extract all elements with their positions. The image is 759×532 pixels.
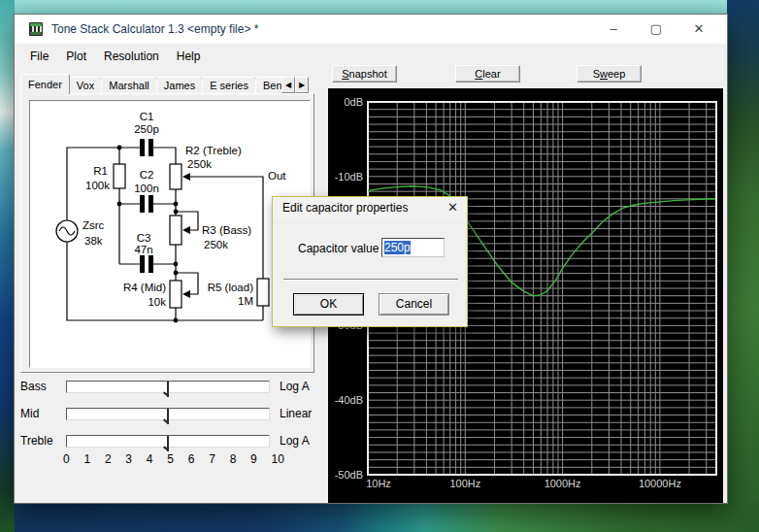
dialog-title-bar[interactable]: Edit capacitor properties ✕ — [273, 197, 467, 218]
treble-taper-label: Log A — [280, 435, 310, 448]
component-r3[interactable] — [170, 216, 182, 245]
menu-resolution[interactable]: Resolution — [95, 44, 168, 69]
slider-panel: BassLog AMidLinearTrebleLog A — [20, 381, 323, 462]
r2-wiper-arrow-icon — [182, 173, 190, 181]
ok-button[interactable]: OK — [293, 293, 364, 316]
component-r4[interactable] — [170, 281, 182, 308]
slider-scale: 012345678910 — [63, 452, 284, 466]
clear-button[interactable]: Clear — [455, 65, 520, 83]
scale-1: 1 — [83, 452, 90, 466]
label-r2-value: 250k — [187, 158, 212, 170]
mid-slider[interactable] — [66, 408, 270, 420]
menu-file[interactable]: File — [21, 44, 57, 69]
label-r1-value: 100k — [85, 180, 110, 191]
slider-row-bass: BassLog A — [20, 381, 323, 393]
app-icon — [28, 21, 44, 37]
scale-2: 2 — [105, 452, 112, 466]
scale-7: 7 — [209, 452, 215, 466]
dialog-title: Edit capacitor properties — [282, 197, 408, 218]
close-button[interactable]: ✕ — [677, 15, 720, 44]
capacitor-value-input[interactable]: 250p — [381, 238, 445, 257]
component-zsrc[interactable] — [56, 220, 78, 242]
mid-taper-label: Linear — [280, 408, 312, 420]
component-c1[interactable] — [140, 139, 153, 156]
label-c1-value: 250p — [134, 123, 159, 135]
scale-3: 3 — [125, 452, 132, 466]
bass-slider[interactable] — [66, 381, 270, 393]
tab-scroll-buttons: ◀ ▶ — [281, 77, 309, 93]
cancel-button[interactable]: Cancel — [379, 293, 449, 316]
label-zsrc: Zsrc — [82, 219, 105, 231]
tab-fender[interactable]: Fender — [20, 74, 70, 94]
scale-5: 5 — [167, 452, 174, 466]
treble-slider-thumb[interactable] — [163, 435, 172, 453]
bass-taper-label: Log A — [280, 381, 310, 393]
scale-4: 4 — [147, 452, 153, 466]
label-r3-value: 250k — [204, 239, 228, 250]
scale-10: 10 — [272, 452, 284, 466]
r4-wiper-arrow-icon — [182, 290, 190, 298]
mid-label: Mid — [20, 408, 39, 420]
label-c3-value: 47n — [134, 244, 152, 255]
x-tick-10000Hz: 10000Hz — [639, 478, 681, 489]
tab-page-fender: C1 250p R2 (Treble) 250k R1 100k C2 100n… — [20, 93, 314, 373]
label-r4-value: 10k — [148, 296, 166, 308]
label-r3: R3 (Bass) — [202, 224, 251, 236]
selected-text: 250p — [384, 241, 411, 254]
label-r5: R5 (load) — [208, 282, 253, 293]
desktop-wallpaper-coast — [0, 0, 15, 532]
label-r4: R4 (Mid) — [123, 282, 166, 293]
tab-scroll-left-icon[interactable]: ◀ — [281, 77, 295, 93]
menu-plot[interactable]: Plot — [57, 44, 95, 69]
main-window: Tone Stack Calculator 1.3 <empty file> *… — [14, 14, 728, 504]
mid-slider-thumb[interactable] — [163, 408, 172, 426]
label-c2: C2 — [140, 169, 154, 181]
capacitor-value-label: Capacitor value — [298, 242, 379, 255]
tab-vox[interactable]: Vox — [69, 77, 102, 94]
desktop-wallpaper-shore — [0, 503, 759, 532]
treble-slider[interactable] — [66, 435, 270, 448]
dialog-close-icon[interactable]: ✕ — [447, 197, 458, 218]
scale-8: 8 — [230, 452, 237, 466]
snapshot-button[interactable]: Snapshot — [332, 65, 397, 83]
minimize-button[interactable]: – — [592, 15, 635, 44]
edit-capacitor-dialog: Edit capacitor properties ✕ Capacitor va… — [272, 196, 468, 327]
component-c2[interactable] — [140, 195, 153, 213]
tab-e-series[interactable]: E series — [202, 77, 256, 94]
component-r1[interactable] — [114, 164, 125, 188]
y-tick-0dB: 0dB — [344, 96, 363, 108]
window-title: Tone Stack Calculator 1.3 <empty file> * — [51, 15, 258, 44]
slider-row-mid: MidLinear — [20, 408, 323, 420]
scale-9: 9 — [250, 452, 257, 466]
tab-strip: FenderVoxMarshallJamesE seriesBenc — [20, 75, 293, 94]
x-tick-1000Hz: 1000Hz — [544, 478, 581, 489]
y-tick--10dB: -10dB — [335, 171, 363, 183]
bass-slider-thumb[interactable] — [163, 381, 172, 399]
label-c3: C3 — [137, 232, 151, 244]
x-tick-100Hz: 100Hz — [449, 478, 480, 489]
r3-wiper-arrow-icon — [182, 226, 190, 234]
slider-row-treble: TrebleLog A — [20, 435, 323, 448]
desktop-wallpaper-forest — [727, 0, 759, 532]
circuit-diagram: C1 250p R2 (Treble) 250k R1 100k C2 100n… — [29, 100, 311, 368]
tab-james[interactable]: James — [156, 77, 203, 94]
label-zsrc-value: 38k — [84, 235, 103, 247]
y-tick--50dB: -50dB — [335, 469, 363, 481]
circuit-schematic: C1 250p R2 (Treble) 250k R1 100k C2 100n… — [30, 101, 310, 367]
dialog-separator — [283, 279, 458, 281]
bass-label: Bass — [20, 381, 47, 393]
label-r1: R1 — [93, 165, 108, 177]
component-r5[interactable] — [257, 279, 269, 306]
component-c3[interactable] — [140, 255, 153, 273]
label-r5-value: 1M — [238, 295, 253, 307]
component-r2[interactable] — [170, 164, 182, 189]
tab-scroll-right-icon[interactable]: ▶ — [295, 77, 309, 93]
title-bar[interactable]: Tone Stack Calculator 1.3 <empty file> *… — [15, 15, 727, 44]
label-c2-value: 100n — [134, 183, 159, 194]
sweep-button[interactable]: Sweep — [577, 65, 642, 83]
label-out: Out — [268, 170, 286, 182]
treble-label: Treble — [20, 435, 53, 448]
menu-help[interactable]: Help — [168, 44, 210, 69]
maximize-button[interactable]: ▢ — [635, 15, 677, 44]
tab-marshall[interactable]: Marshall — [101, 77, 157, 94]
